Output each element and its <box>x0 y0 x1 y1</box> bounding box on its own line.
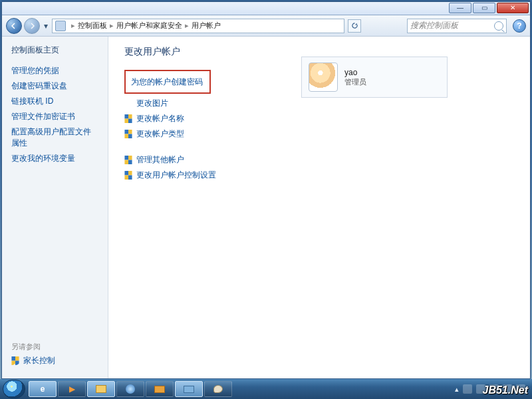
refresh-button[interactable] <box>348 19 361 33</box>
breadcrumb-item[interactable]: 用户帐户和家庭安全 <box>116 21 182 31</box>
action-label: 更改用户帐户控制设置 <box>136 170 216 181</box>
breadcrumb[interactable]: ▸ 控制面板 ▸ 用户帐户和家庭安全 ▸ 用户帐户 <box>52 19 344 33</box>
breadcrumb-sep-icon: ▸ <box>185 21 189 30</box>
action-manage-others[interactable]: 管理其他帐户 <box>124 154 514 166</box>
shield-icon <box>11 356 19 365</box>
action-label: 为您的帐户创建密码 <box>131 76 203 88</box>
globe-icon <box>126 384 135 394</box>
window-body: 控制面板主页 管理您的凭据 创建密码重设盘 链接联机 ID 管理文件加密证书 配… <box>2 37 530 378</box>
see-also-parental[interactable]: 家长控制 <box>11 355 55 366</box>
action-uac-settings[interactable]: 更改用户帐户控制设置 <box>124 170 514 181</box>
breadcrumb-item[interactable]: 控制面板 <box>78 21 107 31</box>
user-card[interactable]: yao 管理员 <box>301 57 448 98</box>
action-label: 管理其他帐户 <box>136 154 184 166</box>
tray-icon[interactable] <box>503 384 512 394</box>
palette-icon <box>213 385 223 393</box>
search-input[interactable]: 搜索控制面板 <box>407 19 507 33</box>
action-label: 更改图片 <box>136 98 168 109</box>
action-label: 更改帐户类型 <box>136 128 184 140</box>
sidebar-link-online-id[interactable]: 链接联机 ID <box>11 96 98 107</box>
taskbar: e ▶ ▴ <box>0 379 532 399</box>
history-dropdown[interactable]: ▾ <box>42 19 50 33</box>
user-role: 管理员 <box>344 77 366 87</box>
taskbar-item-paint[interactable] <box>204 381 232 397</box>
minimize-icon: — <box>457 5 464 11</box>
tray-up-icon[interactable]: ▴ <box>455 385 459 394</box>
window-icon <box>184 386 194 393</box>
main-content: 更改用户帐户 为您的帐户创建密码 更改图片 更改帐户名称 更改帐户类型 <box>108 37 530 378</box>
tray-icon[interactable] <box>516 384 525 394</box>
close-button[interactable]: ✕ <box>497 3 529 13</box>
shield-icon <box>124 156 132 164</box>
see-also-label: 另请参阅 <box>11 342 41 352</box>
ie-icon: e <box>41 384 45 394</box>
search-icon <box>494 21 503 31</box>
close-icon: ✕ <box>510 5 515 11</box>
maximize-button[interactable]: ▭ <box>473 3 495 13</box>
sidebar-link-password-reset[interactable]: 创建密码重设盘 <box>11 80 98 92</box>
user-info: yao 管理员 <box>344 68 366 87</box>
user-name: yao <box>344 68 366 77</box>
shield-icon <box>124 114 132 123</box>
tray-icon[interactable] <box>476 384 485 394</box>
taskbar-item-camera[interactable] <box>146 381 174 397</box>
minimize-button[interactable]: — <box>449 3 471 13</box>
taskbar-item-browser[interactable] <box>116 381 144 397</box>
breadcrumb-item[interactable]: 用户帐户 <box>192 21 221 31</box>
search-placeholder: 搜索控制面板 <box>410 20 458 31</box>
sidebar-link-adv-profile[interactable]: 配置高级用户配置文件属性 <box>11 126 98 149</box>
sidebar-link-env-vars[interactable]: 更改我的环境变量 <box>11 153 98 164</box>
action-change-type[interactable]: 更改帐户类型 <box>124 128 514 140</box>
refresh-icon <box>351 22 358 29</box>
help-button[interactable]: ? <box>513 19 526 33</box>
arrow-left-icon <box>11 23 17 29</box>
window-titlebar: — ▭ ✕ <box>2 2 530 15</box>
camera-icon <box>154 386 165 393</box>
avatar <box>309 63 338 92</box>
control-panel-window: — ▭ ✕ ▾ ▸ 控制面板 ▸ 用户帐户和家庭安全 ▸ 用户帐户 搜索控制面板 <box>1 1 531 379</box>
breadcrumb-sep-icon: ▸ <box>110 21 114 30</box>
see-also-link-label: 家长控制 <box>23 355 55 366</box>
taskbar-item-explorer[interactable] <box>87 381 115 397</box>
sidebar-link-credentials[interactable]: 管理您的凭据 <box>11 65 98 76</box>
wmp-icon: ▶ <box>69 384 75 394</box>
start-button[interactable] <box>3 380 25 398</box>
forward-button[interactable] <box>24 18 40 34</box>
breadcrumb-sep-icon: ▸ <box>71 21 75 30</box>
navigation-bar: ▾ ▸ 控制面板 ▸ 用户帐户和家庭安全 ▸ 用户帐户 搜索控制面板 ? <box>2 15 530 37</box>
sidebar: 控制面板主页 管理您的凭据 创建密码重设盘 链接联机 ID 管理文件加密证书 配… <box>2 37 108 378</box>
maximize-icon: ▭ <box>481 5 487 11</box>
system-tray[interactable]: ▴ <box>455 384 529 394</box>
help-icon: ? <box>517 21 521 31</box>
tray-icon[interactable] <box>489 384 499 394</box>
taskbar-item-ie[interactable]: e <box>29 381 57 397</box>
shield-icon <box>124 171 132 180</box>
sidebar-home[interactable]: 控制面板主页 <box>11 45 98 56</box>
action-change-name[interactable]: 更改帐户名称 <box>124 113 514 124</box>
taskbar-item-wmp[interactable]: ▶ <box>58 381 86 397</box>
back-button[interactable] <box>6 18 22 34</box>
folder-icon <box>96 385 106 393</box>
actions-group-2: 管理其他帐户 更改用户帐户控制设置 <box>124 154 514 181</box>
action-label: 更改帐户名称 <box>136 113 184 124</box>
action-create-password[interactable]: 为您的帐户创建密码 <box>124 70 211 94</box>
control-panel-icon <box>55 21 66 31</box>
arrow-right-icon <box>29 23 35 29</box>
action-change-picture[interactable]: 更改图片 <box>136 98 514 109</box>
taskbar-item-switcher[interactable] <box>175 381 203 397</box>
tray-icon[interactable] <box>463 384 472 394</box>
shield-icon <box>124 130 132 138</box>
sidebar-link-file-encrypt[interactable]: 管理文件加密证书 <box>11 111 98 122</box>
